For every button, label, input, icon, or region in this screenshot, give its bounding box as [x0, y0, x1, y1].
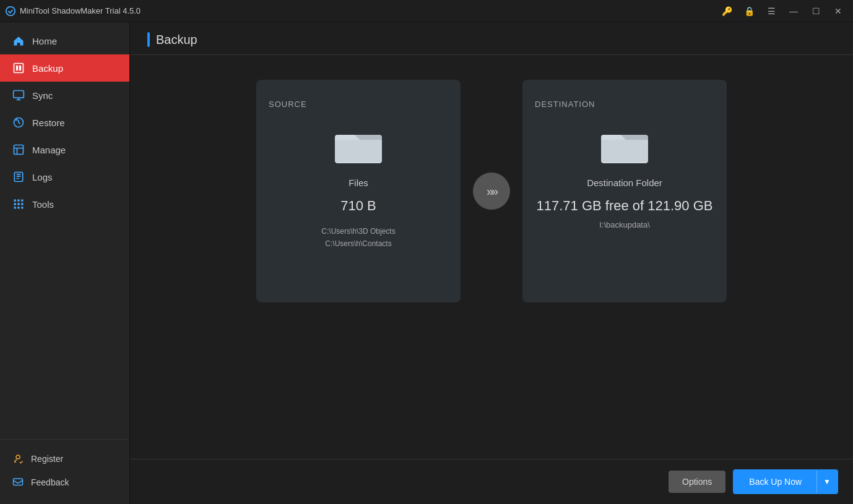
- svg-rect-6: [14, 145, 24, 155]
- sidebar-item-tools-label: Tools: [32, 199, 54, 210]
- sidebar: Home Backup Sync: [0, 22, 130, 504]
- backup-content: SOURCE Files 710 B C:\Users\h\3D Objects…: [130, 55, 853, 459]
- backup-now-group: Back Up Now ▼: [733, 469, 838, 494]
- sidebar-item-home-label: Home: [32, 36, 57, 46]
- sidebar-nav: Home Backup Sync: [0, 22, 129, 439]
- sidebar-item-logs-label: Logs: [32, 172, 53, 182]
- sidebar-item-feedback[interactable]: Feedback: [0, 471, 129, 494]
- window-controls: 🔑 🔒 ☰ — ☐ ✕: [717, 2, 848, 20]
- destination-type-label: Destination Folder: [587, 177, 662, 188]
- svg-rect-3: [19, 66, 21, 70]
- svg-rect-13: [601, 140, 648, 162]
- sidebar-item-restore-label: Restore: [32, 117, 65, 128]
- sidebar-item-home[interactable]: Home: [0, 27, 129, 54]
- restore-icon: [12, 116, 25, 129]
- app-icon: [5, 6, 16, 17]
- arrow-button: »»: [473, 173, 510, 210]
- destination-card[interactable]: DESTINATION Destination Folder 117.71 GB…: [522, 80, 727, 302]
- sidebar-item-manage[interactable]: Manage: [0, 136, 129, 163]
- destination-folder-icon: [600, 124, 649, 166]
- menu-icon[interactable]: ☰: [761, 2, 781, 20]
- header-accent-bar: [147, 32, 150, 47]
- sidebar-bottom: Register Feedback: [0, 439, 129, 504]
- svg-point-0: [6, 6, 15, 15]
- title-bar: MiniTool ShadowMaker Trial 4.5.0 🔑 🔒 ☰ —…: [0, 0, 853, 22]
- lock-icon[interactable]: 🔒: [739, 2, 759, 20]
- sync-icon: [12, 89, 25, 101]
- sidebar-item-tools[interactable]: Tools: [0, 190, 129, 218]
- destination-section-label: DESTINATION: [535, 100, 595, 109]
- svg-rect-4: [14, 91, 24, 98]
- sidebar-item-backup-label: Backup: [32, 63, 63, 74]
- sidebar-item-manage-label: Manage: [32, 145, 66, 155]
- sidebar-item-backup[interactable]: Backup: [0, 54, 129, 82]
- source-card[interactable]: SOURCE Files 710 B C:\Users\h\3D Objects…: [256, 80, 461, 302]
- source-path-1: C:\Users\h\3D Objects: [321, 225, 395, 237]
- backup-dropdown-button[interactable]: ▼: [816, 471, 837, 493]
- destination-path: I:\backupdata\: [599, 220, 650, 229]
- register-label: Register: [31, 454, 63, 464]
- sidebar-item-logs[interactable]: Logs: [0, 163, 129, 190]
- backup-icon: [12, 62, 25, 74]
- page-header: Backup: [130, 22, 853, 55]
- tools-icon: [12, 198, 25, 210]
- backup-now-button[interactable]: Back Up Now: [734, 471, 816, 493]
- home-icon: [12, 35, 25, 47]
- options-button[interactable]: Options: [669, 471, 725, 493]
- svg-rect-11: [335, 140, 382, 162]
- close-button[interactable]: ✕: [828, 2, 848, 20]
- source-type-label: Files: [349, 177, 368, 188]
- feedback-icon: [12, 477, 24, 488]
- destination-free-space: 117.71 GB free of 121.90 GB: [537, 198, 713, 214]
- cards-row: SOURCE Files 710 B C:\Users\h\3D Objects…: [130, 55, 853, 315]
- svg-rect-1: [14, 64, 24, 73]
- main-layout: Home Backup Sync: [0, 22, 853, 504]
- sidebar-item-restore[interactable]: Restore: [0, 109, 129, 136]
- arrow-chevrons: »»: [487, 184, 496, 199]
- feedback-label: Feedback: [31, 477, 69, 487]
- source-paths: C:\Users\h\3D Objects C:\Users\h\Contact…: [321, 225, 395, 250]
- source-folder-icon: [334, 124, 383, 166]
- register-icon: [12, 453, 24, 464]
- logs-icon: [12, 171, 25, 183]
- svg-rect-2: [16, 66, 18, 70]
- app-logo: MiniTool ShadowMaker Trial 4.5.0: [5, 6, 141, 17]
- app-title: MiniTool ShadowMaker Trial 4.5.0: [20, 6, 141, 15]
- source-section-label: SOURCE: [269, 100, 307, 109]
- key-icon[interactable]: 🔑: [717, 2, 737, 20]
- sidebar-item-sync[interactable]: Sync: [0, 82, 129, 109]
- manage-icon: [12, 143, 25, 156]
- page-title: Backup: [156, 33, 197, 47]
- source-size: 710 B: [340, 198, 376, 214]
- maximize-button[interactable]: ☐: [806, 2, 826, 20]
- footer: Options Back Up Now ▼: [130, 459, 853, 504]
- svg-rect-9: [14, 479, 23, 485]
- svg-point-8: [16, 455, 20, 459]
- sidebar-item-register[interactable]: Register: [0, 447, 129, 471]
- sidebar-item-sync-label: Sync: [32, 90, 53, 101]
- content-area: Backup SOURCE Files 710 B: [130, 22, 853, 504]
- minimize-button[interactable]: —: [784, 2, 803, 20]
- source-path-2: C:\Users\h\Contacts: [321, 237, 395, 250]
